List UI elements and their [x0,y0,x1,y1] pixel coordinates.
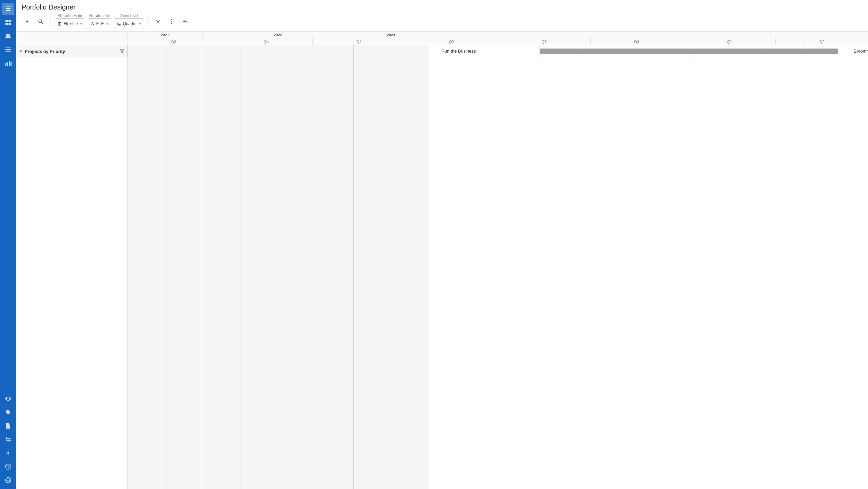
allocation-mode-group: Allocation Mode ⊞ Flexible ▾ [55,14,85,29]
eye-icon[interactable] [2,393,14,405]
exchange-icon[interactable] [2,433,14,446]
doc-icon[interactable] [2,420,14,432]
allocation-unit-group: Allocation Unit A FTE ▾ [88,14,111,29]
svg-rect-12 [11,62,12,66]
allocation-mode-value: Flexible [64,21,78,26]
svg-rect-10 [7,62,8,66]
projects-section-header: ▼ Projects by Priority [16,45,127,57]
q2-2022: Q2 [405,38,498,45]
allocation-unit-value: FTE [96,21,104,26]
undo-button[interactable] [180,16,191,27]
zoom-level-value: Quarter [123,21,137,26]
allocation-unit-select[interactable]: A FTE ▾ [88,18,111,29]
zoom-level-select[interactable]: ◎ Quarter ▾ [114,18,144,29]
more-button[interactable]: ⋮ [166,16,177,27]
row-run-business: › Run the Business [429,45,841,57]
row-run-business-label: › Run the Business [429,45,540,57]
allocation-mode-select[interactable]: ⊞ Flexible ▾ [55,18,85,29]
q4-2022: Q4 [591,38,683,45]
svg-rect-7 [5,49,11,50]
svg-point-5 [8,34,10,36]
svg-rect-6 [5,48,11,48]
svg-point-21 [157,21,159,22]
q3-2021: Q3 [127,38,220,45]
row-ecommerce-label: › E-commerce integration [841,45,868,57]
allocation-unit-label: Allocation Unit [88,14,111,18]
svg-rect-1 [8,20,11,22]
timeline-right: 2021 2022 2023 Q3 Q4 Q1 Q2 Q3 Q4 Q1 Q2 [127,32,868,45]
settings-icon[interactable] [2,447,14,459]
tag-icon[interactable] [2,406,14,418]
timeline-header: 2021 2022 2023 Q3 Q4 Q1 Q2 Q3 Q4 Q1 Q2 [16,32,868,45]
menu-icon[interactable]: ☰ [2,3,14,15]
q1-2023: Q1 [683,38,776,45]
chart-icon[interactable] [2,57,14,69]
q2-2023: Q2 [776,38,868,45]
allocation-mode-label: Allocation Mode [55,14,85,18]
svg-rect-0 [5,20,8,22]
q1-2022: Q1 [313,38,405,45]
gantt-body[interactable]: ▼ Projects by Priority [16,45,868,489]
run-business-bar [540,49,838,54]
q4-2021: Q4 [220,38,313,45]
q3-2022: Q3 [498,38,591,45]
svg-rect-3 [8,23,11,25]
year-row: 2021 2022 2023 [127,32,868,38]
svg-rect-11 [9,61,10,66]
app-title: Portfolio Designer [22,3,863,11]
header: Portfolio Designer + Allocation Mode ⊞ F… [16,0,868,32]
projects-filter-icon[interactable] [120,49,124,54]
year-2022: 2022 [203,32,353,38]
svg-rect-2 [5,23,8,25]
zoom-level-group: Zoom Level ◎ Quarter ▾ [114,14,144,29]
svg-point-13 [7,452,9,454]
search-button[interactable] [35,16,46,27]
row-ecommerce: › E-commerce integration [841,45,868,57]
run-business-chevron[interactable]: › [438,49,439,53]
settings-button[interactable] [153,16,163,27]
add-button[interactable]: + [22,16,33,27]
run-business-bars [540,45,841,57]
help-icon[interactable] [2,460,14,473]
projects-section-title: Projects by Priority [25,49,65,54]
svg-point-15 [8,468,8,469]
svg-rect-8 [5,51,11,52]
list-icon[interactable] [2,43,14,56]
year-2021: 2021 [127,32,203,38]
gantt-wrapper: 2021 2022 2023 Q3 Q4 Q1 Q2 Q3 Q4 Q1 Q2 [16,32,868,489]
projects-header-bar [127,45,429,489]
main-content: Portfolio Designer + Allocation Mode ⊞ F… [16,0,868,489]
timeline-left-spacer [16,32,127,45]
dashboard-icon[interactable] [2,16,14,29]
zoom-level-label: Zoom Level [114,14,144,18]
projects-chevron-down[interactable]: ▼ [19,49,23,53]
year-2023: 2023 [353,32,429,38]
svg-line-20 [41,22,43,24]
svg-point-19 [39,20,42,23]
toolbar: + Allocation Mode ⊞ Flexible ▾ Allocatio… [22,14,863,29]
globe-icon[interactable] [2,474,14,486]
people-icon[interactable] [2,30,14,42]
sidebar: ☰ [0,0,16,489]
quarter-row: Q3 Q4 Q1 Q2 Q3 Q4 Q1 Q2 [127,38,868,45]
svg-rect-9 [5,63,6,66]
svg-point-4 [6,34,8,36]
